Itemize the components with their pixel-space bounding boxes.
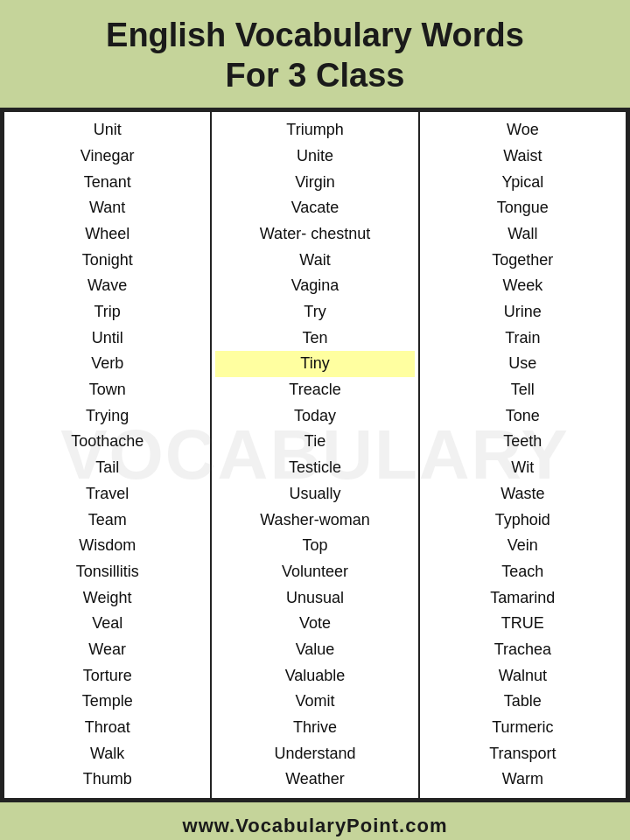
column-2: TriumphUniteVirginVacateWater- chestnutW… (211, 111, 418, 799)
list-item: Tonight (8, 248, 206, 274)
header: English Vocabulary Words For 3 Class (0, 0, 630, 108)
list-item: Wall (424, 221, 622, 248)
page-title: English Vocabulary Words For 3 Class (9, 16, 621, 95)
list-item: Wisdom (8, 533, 206, 559)
list-item: Torture (8, 663, 206, 690)
list-item: Wit (424, 455, 622, 481)
list-item: Trying (8, 403, 206, 430)
list-item: Walk (8, 741, 206, 767)
list-item: Tenant (8, 170, 206, 196)
list-item: Understand (215, 741, 414, 767)
list-item: Thumb (8, 766, 206, 793)
list-item: TRUE (424, 611, 622, 637)
word-table-wrapper: VOCABULARY UnitVinegarTenantWantWheelTon… (0, 108, 630, 802)
list-item: Transport (424, 741, 622, 767)
list-item: Vote (215, 611, 414, 637)
column-1: UnitVinegarTenantWantWheelTonightWaveTri… (4, 111, 211, 799)
list-item: Tie (215, 429, 414, 455)
list-item: Weather (215, 766, 414, 793)
list-item: Today (215, 403, 414, 430)
list-item: Temple (8, 689, 206, 715)
list-item: Volunteer (215, 559, 414, 585)
list-item: Tell (424, 377, 622, 403)
column-3: WoeWaistYpicalTongueWallTogetherWeekUrin… (419, 111, 626, 799)
list-item: Unit (8, 117, 206, 144)
list-item: Vagina (215, 273, 414, 299)
list-item: Typhoid (424, 508, 622, 534)
list-item: Treacle (215, 377, 414, 403)
list-item: Wear (8, 637, 206, 663)
list-item: Warm (424, 766, 622, 793)
list-item: Water- chestnut (215, 221, 414, 248)
word-list-1: UnitVinegarTenantWantWheelTonightWaveTri… (8, 117, 206, 793)
list-item: Trip (8, 299, 206, 326)
list-item: Want (8, 195, 206, 221)
list-item: Urine (424, 299, 622, 326)
list-item: Verb (8, 351, 206, 377)
list-item: Washer-woman (215, 508, 414, 534)
list-item: Veal (8, 611, 206, 637)
list-item: Virgin (215, 170, 414, 196)
list-item: Together (424, 248, 622, 274)
list-item: Tamarind (424, 585, 622, 612)
list-item: Waist (424, 144, 622, 170)
list-item: Ten (215, 326, 414, 352)
list-item: Valuable (215, 663, 414, 690)
list-item: Week (424, 273, 622, 299)
list-item: Value (215, 637, 414, 663)
list-item: Usually (215, 481, 414, 508)
footer: www.VocabularyPoint.com (0, 802, 630, 840)
list-item: Teach (424, 559, 622, 585)
list-item: Ypical (424, 170, 622, 196)
word-list-3: WoeWaistYpicalTongueWallTogetherWeekUrin… (424, 117, 622, 793)
list-item: Testicle (215, 455, 414, 481)
table-container: UnitVinegarTenantWantWheelTonightWaveTri… (0, 108, 630, 802)
list-item: Use (424, 351, 622, 377)
list-item: Teeth (424, 429, 622, 455)
list-item: Travel (8, 481, 206, 508)
list-item: Vacate (215, 195, 414, 221)
list-item: Town (8, 377, 206, 403)
list-item: Toothache (8, 429, 206, 455)
list-item: Table (424, 689, 622, 715)
list-item: Top (215, 533, 414, 559)
list-item: Walnut (424, 663, 622, 690)
list-item: Waste (424, 481, 622, 508)
list-item: Tonsillitis (8, 559, 206, 585)
list-item: Throat (8, 715, 206, 741)
list-item: Triumph (215, 117, 414, 144)
list-item: Team (8, 508, 206, 534)
list-item: Unite (215, 144, 414, 170)
list-item: Tone (424, 403, 622, 430)
list-item: Vein (424, 533, 622, 559)
list-item: Unusual (215, 585, 414, 612)
list-item: Thrive (215, 715, 414, 741)
list-item: Vomit (215, 689, 414, 715)
list-item: Trachea (424, 637, 622, 663)
list-item: Wait (215, 248, 414, 274)
list-item: Tongue (424, 195, 622, 221)
word-list-2: TriumphUniteVirginVacateWater- chestnutW… (215, 117, 414, 793)
word-table: UnitVinegarTenantWantWheelTonightWaveTri… (3, 110, 627, 800)
list-item: Tiny (215, 351, 414, 377)
list-item: Wave (8, 273, 206, 299)
list-item: Tail (8, 455, 206, 481)
list-item: Turmeric (424, 715, 622, 741)
list-item: Try (215, 299, 414, 326)
footer-url: www.VocabularyPoint.com (183, 815, 448, 836)
list-item: Wheel (8, 221, 206, 248)
list-item: Weight (8, 585, 206, 612)
list-item: Train (424, 326, 622, 352)
list-item: Vinegar (8, 144, 206, 170)
list-item: Until (8, 326, 206, 352)
list-item: Woe (424, 117, 622, 144)
